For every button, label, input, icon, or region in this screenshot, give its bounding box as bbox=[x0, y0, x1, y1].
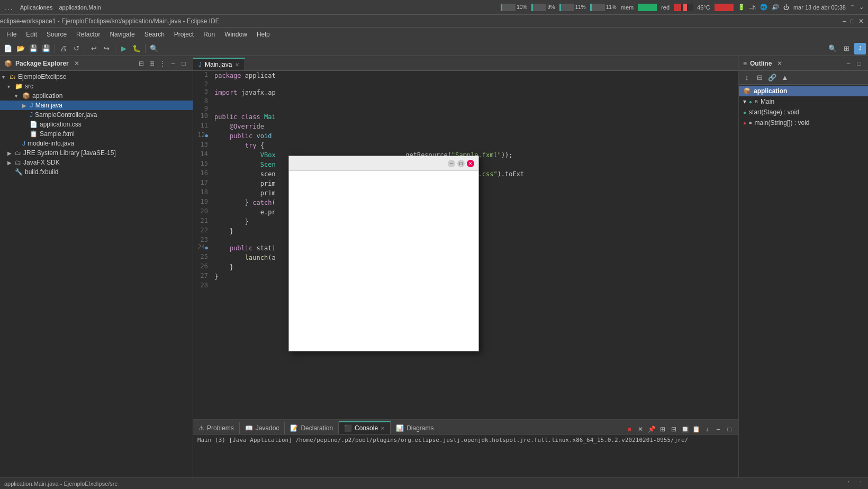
outline-maximize-btn[interactable]: □ bbox=[854, 59, 864, 68]
chevron-down-icon[interactable]: ⌄ bbox=[859, 4, 864, 11]
system-dots[interactable]: ... bbox=[4, 3, 14, 12]
javafx-icon: 🗂 bbox=[15, 159, 21, 166]
toolbar-perspective-btn[interactable]: ⊞ bbox=[840, 43, 852, 55]
line-num-3: 3 bbox=[193, 88, 212, 97]
console-output: Main (3) [Java Application] /home/pepino… bbox=[193, 434, 738, 477]
sep-3 bbox=[115, 44, 115, 53]
status-icon-2[interactable]: ⋮ bbox=[858, 480, 864, 487]
menu-refactor[interactable]: Refactor bbox=[72, 30, 104, 39]
outline-header: ≡ Outline ✕ – □ bbox=[739, 56, 868, 71]
panel-expand-btn[interactable]: ⊞ bbox=[147, 59, 157, 68]
tab-diagrams[interactable]: 📊 Diagrams bbox=[391, 422, 439, 434]
menu-run[interactable]: Run bbox=[199, 30, 219, 39]
toolbar-run-btn[interactable]: ▶ bbox=[118, 43, 130, 55]
panel-maximize-btn[interactable]: □ bbox=[179, 59, 188, 68]
tree-item-application[interactable]: ▾ 📦 application bbox=[0, 91, 193, 101]
tree-item-jre[interactable]: ▶ 🗂 JRE System Library [JavaSE-15] bbox=[0, 148, 193, 158]
menu-source[interactable]: Source bbox=[42, 30, 71, 39]
panel-collapse-btn[interactable]: ⊟ bbox=[137, 59, 146, 68]
app-label[interactable]: Aplicaciones bbox=[20, 4, 53, 11]
console-toolbar-4[interactable]: 📋 bbox=[691, 424, 701, 434]
float-window[interactable]: – □ ✕ bbox=[288, 156, 479, 351]
console-toolbar-5[interactable]: ↓ bbox=[702, 424, 712, 434]
line-code-13: try { bbox=[212, 141, 738, 150]
float-close-btn[interactable]: ✕ bbox=[467, 160, 474, 167]
metrics-area: 10% 9% 11% 11% mem red 46°C 🔋 –h 🌐 🔊 ⏻ m… bbox=[501, 4, 864, 11]
outline-item-application-package[interactable]: 📦 application bbox=[739, 86, 868, 96]
metric-1-label: 10% bbox=[517, 4, 527, 10]
toolbar-new-btn[interactable]: 📄 bbox=[2, 43, 14, 55]
code-line-10: 10 public class Mai bbox=[193, 112, 738, 122]
tree-item-sample-controller[interactable]: J SampleController.java bbox=[0, 110, 193, 120]
minimize-button[interactable]: – bbox=[843, 17, 846, 25]
package-explorer-close-icon[interactable]: ✕ bbox=[74, 60, 79, 67]
outline-item-start-method[interactable]: ● start(Stage) : void bbox=[739, 107, 868, 117]
toolbar-redo-btn[interactable]: ↪ bbox=[101, 43, 112, 55]
code-line-8: 8 bbox=[193, 97, 738, 105]
outline-tb-2[interactable]: ⊟ bbox=[754, 72, 765, 84]
toolbar-open-btn[interactable]: 📂 bbox=[15, 43, 26, 55]
tree-item-main-java[interactable]: ▶ J Main.java bbox=[0, 101, 193, 110]
toolbar-save-btn[interactable]: 💾 bbox=[28, 43, 39, 55]
menu-window[interactable]: Window bbox=[220, 30, 251, 39]
outline-tb-1[interactable]: ↕ bbox=[741, 72, 753, 84]
panel-minimize-btn[interactable]: – bbox=[168, 59, 178, 68]
tree-item-build[interactable]: 🔧 build.fxbuild bbox=[0, 167, 193, 177]
window-label[interactable]: application.Main bbox=[59, 4, 101, 11]
toolbar-save-all-btn[interactable]: 💾 bbox=[40, 43, 52, 55]
tree-item-project[interactable]: ▾ 🗂 EjemploEfxclipse bbox=[0, 72, 193, 82]
toolbar-debug-btn[interactable]: 🐛 bbox=[131, 43, 142, 55]
outline-class-decor: B bbox=[755, 99, 758, 104]
toolbar-undo-btn[interactable]: ↩ bbox=[88, 43, 100, 55]
maximize-button[interactable]: □ bbox=[851, 17, 854, 25]
outline-item-main-method[interactable]: ● ■ main(String[]) : void bbox=[739, 117, 868, 128]
metric-bar-3 bbox=[559, 4, 574, 11]
tab-main-java[interactable]: J Main.java ✕ bbox=[193, 58, 245, 70]
console-toolbar-1[interactable]: ⊞ bbox=[658, 424, 667, 434]
menu-edit[interactable]: Edit bbox=[22, 30, 41, 39]
toolbar-java-btn[interactable]: J bbox=[854, 43, 866, 55]
float-maximize-btn[interactable]: □ bbox=[457, 160, 465, 167]
panel-menu-btn[interactable]: ⋮ bbox=[158, 59, 167, 68]
outline-tb-4[interactable]: ▲ bbox=[779, 72, 791, 84]
console-maximize-btn[interactable]: □ bbox=[725, 424, 734, 434]
menu-search[interactable]: Search bbox=[140, 30, 169, 39]
chevron-up-icon[interactable]: ⌃ bbox=[850, 4, 855, 11]
float-minimize-btn[interactable]: – bbox=[448, 160, 455, 167]
close-button[interactable]: ✕ bbox=[858, 17, 864, 25]
editor-content[interactable]: 1 package applicat 2 3 import javafx.ap bbox=[193, 71, 738, 419]
outline-close-icon[interactable]: ✕ bbox=[777, 60, 782, 67]
menu-file[interactable]: File bbox=[2, 30, 21, 39]
tree-item-app-css[interactable]: 📄 application.css bbox=[0, 120, 193, 129]
console-toolbar-2[interactable]: ⊟ bbox=[669, 424, 679, 434]
toolbar-refresh-btn[interactable]: ↺ bbox=[70, 43, 82, 55]
console-stop-btn[interactable]: ■ bbox=[625, 424, 634, 434]
tab-console-close-icon[interactable]: ✕ bbox=[381, 425, 385, 431]
menu-navigate[interactable]: Navigate bbox=[105, 30, 139, 39]
toolbar-search-btn[interactable]: 🔍 bbox=[148, 43, 160, 55]
status-icon-1[interactable]: ⋮ bbox=[846, 480, 852, 487]
outline-tb-3[interactable]: 🔗 bbox=[766, 72, 778, 84]
tab-javadoc[interactable]: 📖 Javadoc bbox=[240, 422, 285, 434]
tab-close-btn[interactable]: ✕ bbox=[235, 62, 239, 68]
tree-item-sample-fxml[interactable]: 📋 Sample.fxml bbox=[0, 129, 193, 139]
console-clear-btn[interactable]: ✕ bbox=[636, 424, 645, 434]
tab-console[interactable]: ⬛ Console ✕ bbox=[339, 421, 391, 434]
toolbar-print-btn[interactable]: 🖨 bbox=[58, 43, 69, 55]
tab-declaration[interactable]: 📝 Declaration bbox=[285, 422, 339, 434]
tree-item-javafx[interactable]: ▶ 🗂 JavaFX SDK bbox=[0, 158, 193, 167]
tab-problems[interactable]: ⚠ Problems bbox=[193, 422, 240, 434]
console-toolbar-3[interactable]: 🔲 bbox=[680, 424, 690, 434]
console-pin-btn[interactable]: 📌 bbox=[647, 424, 656, 434]
line-num-23: 23 bbox=[193, 236, 212, 243]
console-minimize-btn[interactable]: – bbox=[713, 424, 723, 434]
module-icon: J bbox=[22, 140, 25, 147]
outline-item-main-class[interactable]: ▾ ● B Main bbox=[739, 96, 868, 107]
outline-minimize-btn[interactable]: – bbox=[844, 59, 853, 68]
code-line-1: 1 package applicat bbox=[193, 71, 738, 80]
menu-project[interactable]: Project bbox=[170, 30, 198, 39]
toolbar-search-right-btn[interactable]: 🔍 bbox=[827, 43, 838, 55]
menu-help[interactable]: Help bbox=[252, 30, 274, 39]
tree-item-src[interactable]: ▾ 📁 src bbox=[0, 82, 193, 91]
tree-item-module-info[interactable]: J module-info.java bbox=[0, 139, 193, 148]
